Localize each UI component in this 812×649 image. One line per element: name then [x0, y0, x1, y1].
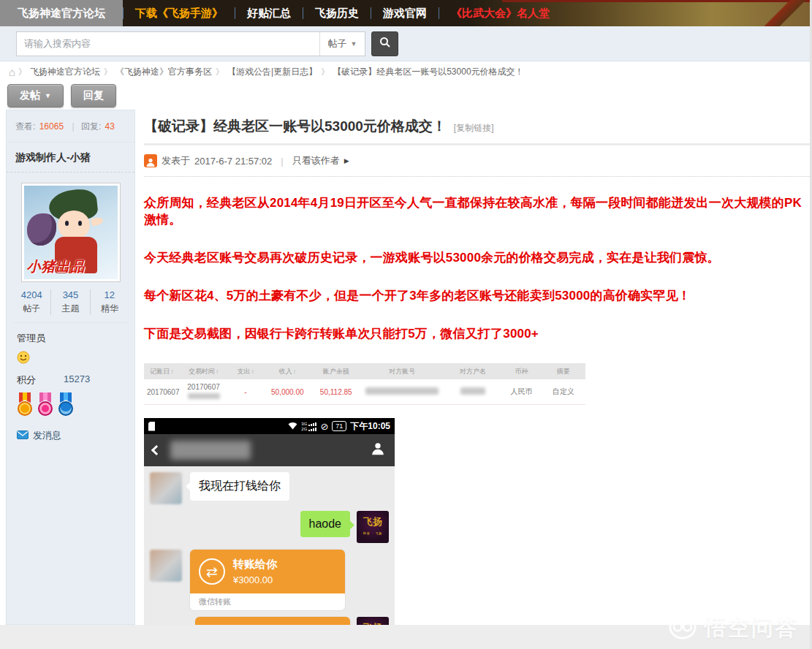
chat-bubble: 我现在打钱给你 [190, 472, 289, 501]
sort-icon: ↕ [170, 368, 173, 375]
status-time: 下午10:05 [350, 420, 390, 433]
avatar[interactable]: 小猪出品 [21, 183, 121, 282]
stat-digests-label: 精华 [91, 303, 129, 315]
banner-dragon-decoration [759, 0, 810, 26]
stat-posts-value[interactable]: 4204 [12, 289, 50, 300]
redacted-contact-name [170, 441, 251, 460]
breadcrumb-item-thread: 【破记录】经典老区一账号以53000元价格成交！ [333, 66, 523, 78]
author-mini-icon [144, 154, 157, 167]
transfer-title: 转账给你 [233, 558, 277, 570]
post-paragraph: 众所周知，经典老区从2014年4月19日开区至今人气一直都保持在较高水准，每隔一… [144, 194, 810, 228]
copy-link[interactable]: [复制链接] [454, 122, 494, 134]
author-role-block: 管理员 积分 15273 [7, 323, 134, 416]
chevron-down-icon: ▼ [351, 40, 357, 48]
blue-medal-icon [58, 392, 74, 416]
chat-message-left: ⇄ 转账给你 ¥3000.00 微信转账 [150, 550, 389, 610]
author-sidebar: 查看: 16065 | 回复: 43 游戏制作人-小猪 小猪出品 [6, 110, 135, 625]
reply-button[interactable]: 回复 [71, 84, 116, 107]
author-name-row: 游戏制作人-小猪 [7, 143, 134, 172]
divider: | [72, 121, 74, 132]
bank-header-cell: 对方账号 [360, 367, 444, 376]
search-input[interactable] [17, 32, 319, 56]
avatar-caption: 小猪出品 [27, 257, 86, 276]
medals-row [17, 392, 124, 416]
stat-threads: 345 主题 [50, 289, 89, 315]
search-button[interactable] [371, 31, 398, 56]
bank-cell-summary: 自定义 [542, 387, 585, 397]
view-author-only-link[interactable]: 只看该作者 [292, 154, 340, 167]
nav-item-history[interactable]: 飞扬历史 [303, 0, 371, 26]
transfer-received-card: ✓ 已收钱 ¥3000.00 微信转账 [195, 617, 350, 625]
chat-message-left: 我现在打钱给你 [150, 472, 389, 504]
bank-cell-payer [444, 387, 502, 396]
pink-medal-icon [37, 392, 53, 416]
bank-header-cell: 账户余额 [312, 367, 360, 376]
nav-item-hall-of-fame[interactable]: 《比武大会》名人堂 [439, 0, 561, 26]
author-name-link[interactable]: 游戏制作人-小猪 [15, 151, 91, 163]
search-category-label: 帖子 [328, 37, 347, 50]
chevron-down-icon: ▼ [45, 92, 51, 99]
signal-icon: 3G 2G [301, 422, 316, 431]
search-box: 帖子 ▼ [16, 31, 365, 56]
transfer-footer: 微信转账 [190, 593, 345, 610]
breadcrumb-item-board[interactable]: 【游戏公告|更新日志】 [227, 66, 317, 78]
bank-statement-screenshot[interactable]: 记账日↕ 交易时间↕ 支出↕ 收入↕ 账户余额 对方账号 对方户名 币种 摘要 … [144, 363, 585, 405]
redacted-buyer-avatar [150, 472, 182, 504]
chat-message-right: haode 飞扬神途 · 飞扬 [150, 511, 389, 543]
avatar-face-art [58, 210, 90, 240]
bank-header-cell: 币种 [501, 367, 541, 376]
breadcrumb-separator: 》 [321, 67, 329, 77]
wechat-screenshot[interactable]: 3G 2G ⊘ 71 下午10:05 [144, 418, 395, 625]
send-message-link[interactable]: 发消息 [33, 429, 61, 442]
stat-threads-value[interactable]: 345 [51, 289, 89, 300]
breadcrumb-item-forum[interactable]: 飞扬神途官方论坛 [30, 66, 100, 78]
views-label: 查看: [15, 121, 35, 132]
bank-header-cell: 对方户名 [444, 367, 502, 376]
forum-page: 飞扬神途官方论坛 下载《飞扬手游》 好贴汇总 飞扬历史 游戏官网 《比武大会》名… [0, 0, 812, 649]
send-message-row: 发消息 [17, 429, 124, 442]
bank-header-cell: 记账日↕ [144, 367, 179, 376]
divider: | [281, 156, 283, 167]
gold-medal-icon [17, 392, 33, 416]
post-paragraph: 今天经典老区账号交易再次破历史记录，一游戏账号以53000余元的价格交易完成，实… [144, 249, 810, 266]
main-area: 查看: 16065 | 回复: 43 游戏制作人-小猪 小猪出品 [0, 110, 810, 625]
sdcard-icon [148, 422, 155, 431]
watermark-text: 悟空问答 [705, 613, 798, 643]
breadcrumb: ⌂ 》 飞扬神途官方论坛 》 《飞扬神途》官方事务区 》 【游戏公告|更新日志】… [0, 61, 810, 82]
bank-cell-currency: 人民币 [501, 387, 541, 397]
post-body: 众所周知，经典老区从2014年4月19日开区至今人气一直都保持在较高水准，每隔一… [144, 177, 810, 625]
bank-table-header: 记账日↕ 交易时间↕ 支出↕ 收入↕ 账户余额 对方账号 对方户名 币种 摘要 [144, 363, 585, 379]
new-post-label: 发帖 [20, 89, 40, 102]
score-value: 15273 [64, 373, 90, 387]
back-icon [151, 445, 162, 455]
top-navigation: 飞扬神途官方论坛 下载《飞扬手游》 好贴汇总 飞扬历史 游戏官网 《比武大会》名… [0, 0, 810, 26]
nav-item-official-site[interactable]: 游戏官网 [371, 0, 439, 26]
bank-cell-account [360, 387, 444, 396]
author-stat-counts: 4204 帖子 345 主题 12 精华 [12, 289, 129, 323]
nav-item-forum-home[interactable]: 飞扬神途官方论坛 [0, 0, 123, 26]
stat-posts: 4204 帖子 [12, 289, 50, 315]
post-paragraph: 下面是交易截图，因银行卡跨行转账单次只能打5万，微信又打了3000+ [144, 325, 810, 342]
bank-table-row: 20170607 20170607 - 50,000.00 50,112.85 … [144, 379, 585, 404]
avatar-axe-art [27, 213, 56, 246]
home-icon[interactable]: ⌂ [9, 66, 15, 78]
score-row: 积分 15273 [17, 373, 124, 387]
sort-icon: ↕ [216, 368, 219, 375]
nav-item-download-mobile[interactable]: 下载《飞扬手游》 [124, 0, 235, 26]
search-category-select[interactable]: 帖子 ▼ [319, 32, 365, 56]
post-meta-row: 发表于 2017-6-7 21:57:02 | 只看该作者 ▶ [144, 154, 810, 167]
search-icon [379, 37, 391, 50]
bank-cell-income: 50,000.00 [263, 388, 311, 396]
redacted-payer-name [460, 387, 485, 395]
game-logo-avatar: 飞扬神途 · 飞扬 [357, 511, 389, 543]
envelope-icon [17, 430, 29, 441]
redacted-time [188, 393, 220, 399]
watermark: 悟空问答 [667, 612, 798, 645]
nav-item-good-posts[interactable]: 好贴汇总 [235, 0, 303, 26]
new-post-button[interactable]: 发帖 ▼ [7, 84, 64, 107]
stat-digests-value[interactable]: 12 [91, 289, 129, 300]
phone-status-bar: 3G 2G ⊘ 71 下午10:05 [144, 418, 395, 434]
bank-header-cell: 收入↕ [263, 367, 311, 376]
views-count: 16065 [39, 121, 64, 132]
breadcrumb-item-section[interactable]: 《飞扬神途》官方事务区 [115, 66, 212, 78]
